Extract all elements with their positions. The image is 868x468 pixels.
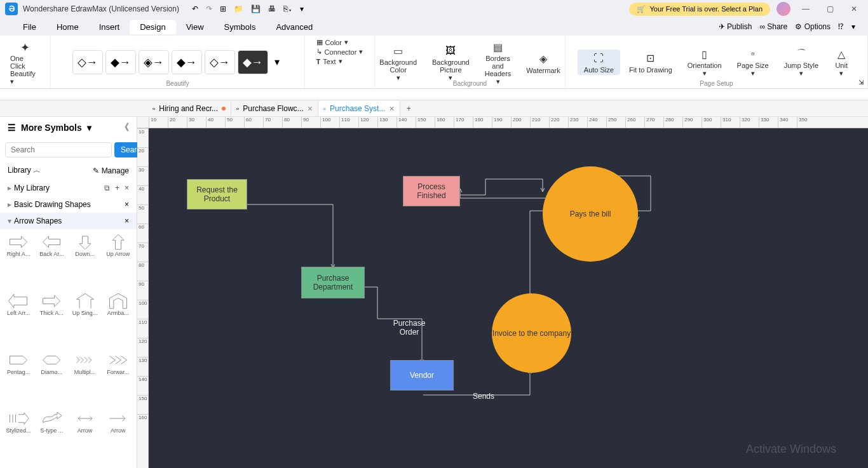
menu-advanced[interactable]: Advanced bbox=[266, 20, 323, 34]
shape-pentagon[interactable]: Pentag... bbox=[3, 350, 34, 408]
style-preset-5[interactable]: ◇→ bbox=[205, 50, 235, 74]
beautify-group-label: Beautify bbox=[166, 80, 189, 87]
unit-button[interactable]: △Unit▾ bbox=[827, 45, 855, 79]
sidebar: ☰ More Symbols▾ 《 Search Library ︿ ✎ Man… bbox=[0, 117, 137, 468]
style-preset-6[interactable]: ◆→ bbox=[238, 50, 268, 74]
notifications-icon[interactable]: ⁉ bbox=[838, 22, 844, 31]
unit-icon: △ bbox=[834, 46, 849, 62]
menu-insert[interactable]: Insert bbox=[89, 20, 130, 34]
doc-tab-label: Purchase Syst... bbox=[330, 104, 385, 113]
copy-icon[interactable]: ⧉ bbox=[104, 184, 110, 192]
doc-tab-2[interactable]: ▫ Purchase Flowc... × bbox=[231, 101, 318, 116]
shape-request-product[interactable]: Request the Product bbox=[187, 179, 247, 210]
trial-banner[interactable]: 🛒 Your Free Trial is over. Select a Plan bbox=[629, 3, 770, 16]
shape-stylized[interactable]: Stylized... bbox=[3, 408, 34, 466]
shape-multiple[interactable]: Multipl... bbox=[69, 350, 101, 408]
add-icon[interactable]: + bbox=[115, 184, 119, 192]
shape-process-finished[interactable]: Process Finished bbox=[403, 176, 460, 206]
options-button[interactable]: ⚙ Options bbox=[795, 22, 831, 31]
redo-icon[interactable]: ↷ bbox=[206, 4, 212, 13]
library-label[interactable]: Library bbox=[8, 166, 31, 175]
style-preset-1[interactable]: ◇→ bbox=[72, 50, 103, 74]
shape-up-single[interactable]: Up Sing... bbox=[69, 291, 101, 349]
shape-left-arrow[interactable]: Left Arr... bbox=[3, 291, 34, 349]
menu-symbols[interactable]: Symbols bbox=[214, 20, 266, 34]
export-icon[interactable]: ⎘▾ bbox=[283, 4, 292, 13]
basic-shapes-section[interactable]: ▸Basic Drawing Shapes × bbox=[0, 196, 137, 213]
add-tab-button[interactable]: + bbox=[400, 104, 417, 113]
save-icon[interactable]: 💾 bbox=[251, 4, 261, 13]
collapse-sidebar-icon[interactable]: 《 bbox=[120, 122, 129, 133]
undo-icon[interactable]: ↶ bbox=[192, 4, 198, 13]
remove-icon[interactable]: × bbox=[125, 184, 129, 192]
shape-s-type[interactable]: S-type ... bbox=[36, 408, 67, 466]
page-size-button[interactable]: ▫Page Size▾ bbox=[731, 45, 775, 79]
auto-size-button[interactable]: ⛶Auto Size bbox=[578, 50, 620, 75]
fit-icon: ⊡ bbox=[643, 51, 658, 66]
shape-down-arrow[interactable]: Down... bbox=[69, 232, 101, 290]
bg-picture-button[interactable]: 🖼Background Picture▾ bbox=[426, 42, 476, 83]
shape-pays-bill[interactable]: Pays the bill bbox=[543, 166, 638, 262]
shape-diamond[interactable]: Diamo... bbox=[36, 350, 67, 408]
menu-file[interactable]: File bbox=[13, 20, 46, 34]
open-icon[interactable]: 📁 bbox=[234, 4, 243, 13]
menu-view[interactable]: View bbox=[176, 20, 214, 34]
new-icon[interactable]: ⊞ bbox=[220, 4, 226, 13]
manage-button[interactable]: ✎ Manage bbox=[93, 166, 129, 175]
shape-arrow-both[interactable]: Arrow bbox=[69, 408, 101, 466]
text-dropdown[interactable]: T Text ▾ bbox=[316, 57, 363, 65]
user-avatar[interactable] bbox=[776, 2, 790, 16]
search-input[interactable] bbox=[5, 142, 112, 157]
shape-purchase-department[interactable]: Purchase Department bbox=[301, 267, 365, 298]
bg-color-button[interactable]: ▭Background Color▾ bbox=[373, 42, 423, 83]
tab-close-icon[interactable]: × bbox=[389, 104, 394, 114]
tab-close-icon[interactable]: × bbox=[308, 104, 313, 114]
shape-up-arrow[interactable]: Up Arrow bbox=[102, 232, 134, 290]
page-size-icon: ▫ bbox=[745, 46, 761, 62]
style-preset-2[interactable]: ◆→ bbox=[105, 50, 136, 74]
windows-watermark: Activate Windows bbox=[746, 443, 836, 456]
chevron-down-icon[interactable]: ▾ bbox=[87, 123, 92, 133]
orientation-button[interactable]: ▯Orientation▾ bbox=[681, 45, 728, 79]
doc-tab-3[interactable]: ▫ Purchase Syst... × bbox=[318, 101, 400, 116]
shape-forward[interactable]: Forwar... bbox=[102, 350, 134, 408]
publish-button[interactable]: ✈ Publish bbox=[719, 22, 752, 31]
menu-dropdown-icon[interactable]: ▾ bbox=[851, 22, 855, 31]
shape-invoice[interactable]: Invoice to the company bbox=[492, 293, 571, 373]
remove-icon[interactable]: × bbox=[125, 200, 129, 209]
shape-vendor[interactable]: Vendor bbox=[390, 360, 454, 391]
style-preset-3[interactable]: ◈→ bbox=[139, 50, 169, 74]
bg-color-icon: ▭ bbox=[391, 43, 406, 58]
watermark-button[interactable]: ◈Watermark bbox=[520, 50, 566, 76]
canvas[interactable]: Request the Product Purchase Department … bbox=[149, 128, 868, 468]
one-click-beautify-button[interactable]: ✦ One Click Beautify ▾ bbox=[5, 38, 45, 88]
connector-dropdown[interactable]: ↳ Connector ▾ bbox=[316, 48, 363, 56]
shape-thick-arrow[interactable]: Thick A... bbox=[36, 291, 67, 349]
more-symbols-label[interactable]: More Symbols bbox=[21, 123, 82, 133]
fit-drawing-button[interactable]: ⊡Fit to Drawing bbox=[623, 50, 679, 75]
shape-right-arrow[interactable]: Right A... bbox=[3, 232, 34, 290]
my-library-section[interactable]: ▸My Library ⧉+× bbox=[0, 180, 137, 196]
maximize-button[interactable]: ▢ bbox=[821, 3, 839, 15]
page-setup-expand-icon[interactable]: ⇲ bbox=[858, 79, 864, 86]
menu-design[interactable]: Design bbox=[130, 20, 175, 34]
more-icon[interactable]: ▾ bbox=[300, 4, 304, 13]
jump-style-button[interactable]: ⌒Jump Style▾ bbox=[778, 45, 825, 79]
style-preset-4[interactable]: ◆→ bbox=[172, 50, 202, 74]
arrow-shapes-section[interactable]: ▾Arrow Shapes × bbox=[0, 213, 137, 229]
shape-back-arrow[interactable]: Back Ar... bbox=[36, 232, 67, 290]
remove-icon[interactable]: × bbox=[125, 217, 129, 225]
page-setup-group-label: Page Setup bbox=[700, 80, 733, 87]
color-dropdown[interactable]: ▦ Color ▾ bbox=[316, 38, 363, 46]
chevron-up-icon: ︿ bbox=[33, 166, 41, 175]
doc-tab-1[interactable]: ▫ Hiring and Recr... bbox=[147, 102, 231, 116]
bg-picture-icon: 🖼 bbox=[443, 43, 458, 58]
menu-home[interactable]: Home bbox=[46, 20, 89, 34]
minimize-button[interactable]: — bbox=[797, 3, 815, 15]
shape-armband[interactable]: Armba... bbox=[102, 291, 134, 349]
share-button[interactable]: ∞ Share bbox=[759, 22, 787, 31]
print-icon[interactable]: 🖶 bbox=[268, 4, 276, 13]
close-button[interactable]: ✕ bbox=[845, 3, 863, 15]
shape-arrow-single[interactable]: Arrow bbox=[102, 408, 134, 466]
style-more-icon[interactable]: ▾ bbox=[271, 56, 283, 68]
